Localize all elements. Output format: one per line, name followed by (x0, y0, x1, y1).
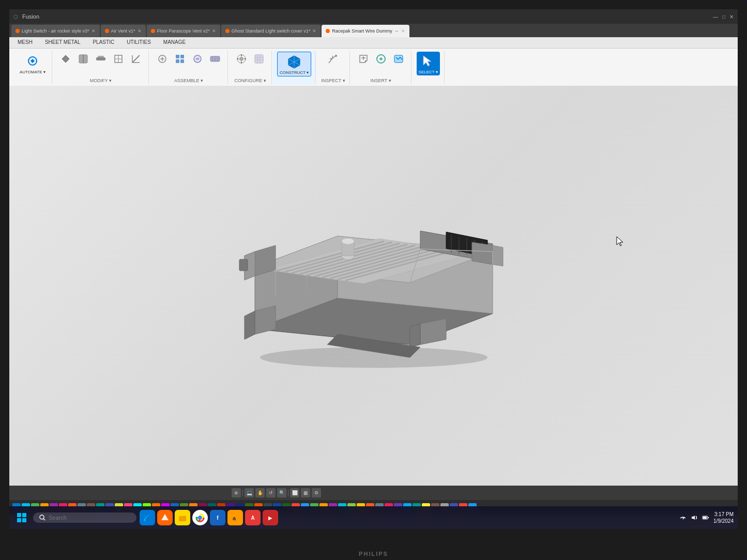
select-label: SELECT ▾ (419, 70, 438, 75)
tab-label: Ghost Standard Light switch cover v1* (232, 28, 311, 34)
minimize-button[interactable]: — (713, 14, 718, 20)
taskbar-red-app-icon[interactable]: A (245, 510, 261, 525)
tab-close-icon[interactable]: ✕ (401, 28, 405, 34)
ribbon-tab-mesh[interactable]: MESH (11, 37, 39, 48)
select-icon (420, 53, 436, 69)
modify-btn-1[interactable] (57, 52, 74, 66)
tab-racepak[interactable]: Racepak Smart Wire Dummy ↔ ✕ (322, 25, 409, 37)
assemble-btn-2[interactable] (172, 52, 188, 66)
inspect-btn-1[interactable] (325, 52, 341, 66)
viewport-3d[interactable] (9, 86, 738, 500)
taskbar-app-icons: f a A ▶ (140, 510, 676, 525)
maximize-button[interactable]: □ (722, 14, 725, 20)
ribbon-group-inspect: INSPECT ▾ (317, 51, 349, 84)
grid-icon[interactable]: ⬜ (290, 488, 299, 497)
ribbon-group-modify: MODIFY ▾ (53, 51, 149, 84)
svg-rect-14 (255, 55, 263, 63)
tab-light-switch[interactable]: Light Switch - air rocker style v3* ✕ (11, 25, 100, 37)
system-clock: 3:17 PM 1/9/2024 (713, 511, 734, 524)
orbit-icon[interactable]: ⊕ (232, 488, 241, 497)
construct-label: CONSTRUCT ▾ (280, 71, 309, 75)
tab-close-icon[interactable]: ✕ (312, 28, 316, 34)
configure-btn-2[interactable] (251, 52, 267, 66)
search-input[interactable] (49, 515, 121, 521)
select-buttons: SELECT ▾ (417, 52, 440, 76)
view-controls-bar: ⊕ 💻 ✋ ↺ 🔍 ⬜ ▦ ⚙ (9, 486, 738, 500)
ribbon-tab-utilities[interactable]: UTILITIES (120, 37, 157, 48)
taskbar-amazon-icon[interactable]: a (227, 510, 243, 525)
tab-floor-parascope[interactable]: Floor Parascope Vent v2* ✕ (147, 25, 220, 37)
assemble-btn-3[interactable] (189, 52, 206, 66)
taskbar-red-app2-icon[interactable]: ▶ (263, 510, 278, 525)
modify-btn-4[interactable] (110, 52, 127, 66)
view-controls-group: ⊕ 💻 ✋ ↺ 🔍 ⬜ ▦ ⚙ (232, 488, 321, 497)
rotate-icon[interactable]: ↺ (266, 488, 276, 497)
assemble-icon-3 (191, 53, 204, 65)
close-button[interactable]: ✕ (729, 14, 734, 20)
windows-start-button[interactable] (13, 509, 30, 526)
modify-icon-3 (95, 53, 107, 65)
modify-group-label: MODIFY ▾ (90, 78, 112, 83)
insert-btn-2[interactable] (373, 52, 389, 66)
taskbar-search-box[interactable] (33, 512, 136, 523)
assemble-icon-2 (174, 53, 186, 65)
cursor (616, 236, 624, 247)
modify-btn-5[interactable] (128, 52, 144, 66)
taskbar-fusion-icon[interactable] (157, 510, 173, 525)
modify-icon-5 (130, 53, 142, 65)
tab-label: Air Vent v1* (111, 28, 135, 34)
insert-buttons (355, 52, 407, 66)
configure-btn-1[interactable] (233, 52, 250, 66)
select-button[interactable]: SELECT ▾ (417, 52, 440, 76)
insert-btn-1[interactable] (355, 52, 372, 66)
svg-rect-37 (239, 259, 248, 271)
svg-rect-40 (17, 513, 21, 517)
view-cube-icon[interactable]: ▦ (301, 488, 310, 497)
automate-button[interactable]: AUTOMATE ▾ (18, 52, 48, 76)
configure-buttons (233, 52, 267, 66)
insert-btn-3[interactable] (390, 52, 407, 66)
tab-close-icon[interactable]: ✕ (212, 28, 216, 34)
battery-icon (702, 514, 709, 521)
construct-buttons: CONSTRUCT ▾ (277, 52, 311, 77)
taskbar-explorer-icon[interactable] (175, 510, 190, 525)
modify-btn-3[interactable] (93, 52, 109, 66)
network-icon (679, 514, 687, 521)
screen: ⬡ Fusion — □ ✕ Light Switch - air rocker… (9, 9, 738, 529)
taskbar-edge-icon[interactable] (140, 510, 155, 525)
pan-icon[interactable]: ✋ (255, 488, 265, 497)
ribbon-tab-plastic[interactable]: PLASTIC (86, 37, 120, 48)
modify-btn-2[interactable] (75, 52, 92, 66)
configure-icon-2 (253, 53, 265, 65)
title-bar-text: Fusion (22, 13, 39, 20)
settings-view-icon[interactable]: ⚙ (312, 488, 321, 497)
ribbon-group-construct: CONSTRUCT ▾ (273, 51, 316, 84)
taskbar-chrome-icon[interactable] (192, 510, 208, 525)
construct-icon (286, 53, 302, 70)
tab-link-icon: ↔ (394, 28, 399, 34)
tab-close-icon[interactable]: ✕ (92, 28, 96, 34)
assemble-btn-1[interactable] (154, 52, 171, 66)
inspect-buttons (325, 52, 341, 66)
ribbon-group-assemble: ASSEMBLE ▾ (150, 51, 228, 84)
svg-rect-7 (180, 55, 184, 58)
automate-buttons: AUTOMATE ▾ (18, 52, 48, 76)
clock-date: 1/9/2024 (713, 518, 734, 524)
taskbar-app1-icon[interactable]: f (210, 510, 225, 525)
tab-close-icon[interactable]: ✕ (138, 28, 142, 34)
insert-icon-3 (392, 53, 405, 65)
zoom-icon[interactable]: 🔍 (277, 488, 286, 497)
ribbon-tab-manage[interactable]: MANAGE (157, 37, 192, 48)
display-mode-icon[interactable]: 💻 (245, 488, 254, 497)
assemble-btn-4[interactable] (207, 52, 223, 66)
svg-point-44 (40, 515, 44, 519)
ribbon-group-configure: CONFIGURE ▾ (229, 51, 272, 84)
divider (242, 489, 243, 496)
window-icon: ⬡ (13, 14, 18, 20)
tab-air-vent[interactable]: Air Vent v1* ✕ (101, 25, 146, 37)
construct-button[interactable]: CONSTRUCT ▾ (277, 52, 311, 77)
modify-icon-4 (112, 53, 125, 65)
tab-ghost-standard[interactable]: Ghost Standard Light switch cover v1* ✕ (221, 25, 321, 37)
ribbon-tab-sheet-metal[interactable]: SHEET METAL (39, 37, 87, 48)
svg-rect-43 (22, 518, 26, 522)
